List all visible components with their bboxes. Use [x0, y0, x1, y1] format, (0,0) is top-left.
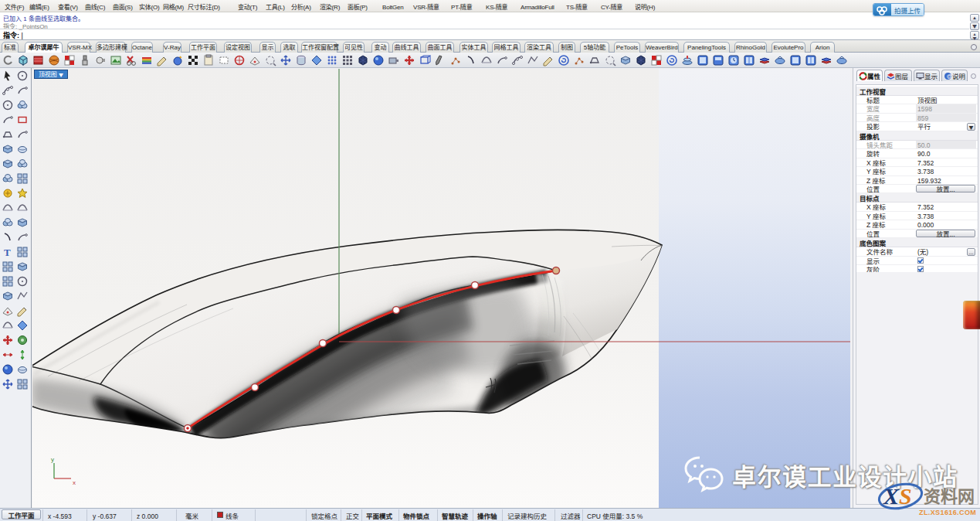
- svg-text:ZL.XS1616.COM: ZL.XS1616.COM: [919, 509, 976, 516]
- svg-text:@: @: [947, 72, 952, 80]
- svg-text:x: x: [73, 478, 76, 486]
- svg-text:S: S: [899, 483, 912, 509]
- svg-text:X: X: [883, 483, 900, 509]
- svg-text:T: T: [4, 247, 11, 258]
- svg-text:y: y: [51, 455, 54, 463]
- svg-text:资料网: 资料网: [924, 482, 975, 507]
